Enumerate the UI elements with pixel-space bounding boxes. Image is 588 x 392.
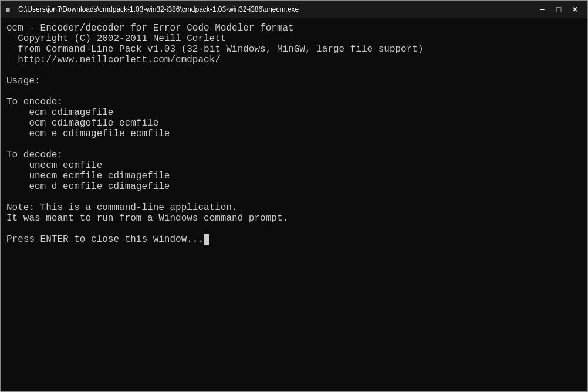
console-line-14: unecm ecmfile <box>6 160 102 171</box>
window-icon: ■ <box>5 5 15 14</box>
minimize-button[interactable]: − <box>535 4 550 15</box>
console-line-16: ecm d ecmfile cdimagefile <box>6 181 170 192</box>
console-line-3: from Command-Line Pack v1.03 (32-bit Win… <box>6 44 424 55</box>
console-line-2: Copyright (C) 2002-2011 Neill Corlett <box>6 33 226 44</box>
cursor-blink <box>204 234 209 245</box>
app-window: ■ C:\Users\jonfi\Downloads\cmdpack-1.03-… <box>0 0 588 392</box>
console-line-9: ecm cdimagefile <box>6 107 113 118</box>
console-line-10: ecm cdimagefile ecmfile <box>6 118 158 129</box>
console-line-1: ecm - Encoder/decoder for Error Code Mod… <box>6 23 294 33</box>
console-line-21: Press ENTER to close this window... <box>6 234 204 245</box>
title-bar-text: C:\Users\jonfi\Downloads\cmdpack-1.03-wi… <box>18 5 535 13</box>
title-bar: ■ C:\Users\jonfi\Downloads\cmdpack-1.03-… <box>1 1 587 18</box>
console-line-4: http://www.neillcorlett.com/cmdpack/ <box>6 55 221 65</box>
console-line-18: Note: This is a command-line application… <box>6 202 238 213</box>
console-line-6: Usage: <box>6 76 40 86</box>
close-button[interactable]: ✕ <box>567 4 583 15</box>
console-line-15: unecm ecmfile cdimagefile <box>6 171 170 181</box>
restore-button[interactable]: □ <box>551 4 566 15</box>
console-line-11: ecm e cdimagefile ecmfile <box>6 129 170 139</box>
console-line-13: To decode: <box>6 150 63 160</box>
console-output: ecm - Encoder/decoder for Error Code Mod… <box>1 18 587 391</box>
console-line-19: It was meant to run from a Windows comma… <box>6 213 288 224</box>
console-line-8: To encode: <box>6 97 63 107</box>
title-bar-controls: − □ ✕ <box>535 4 583 15</box>
